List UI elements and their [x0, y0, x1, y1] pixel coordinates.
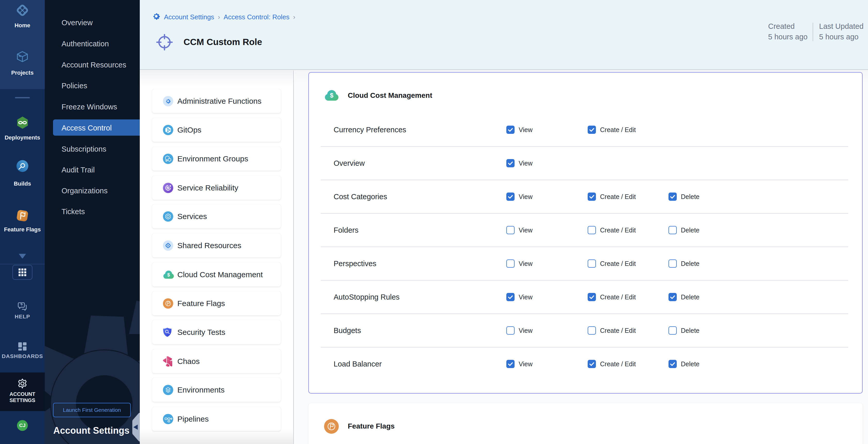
svg-text:$: $ — [330, 92, 334, 99]
svg-text:$: $ — [167, 272, 170, 277]
